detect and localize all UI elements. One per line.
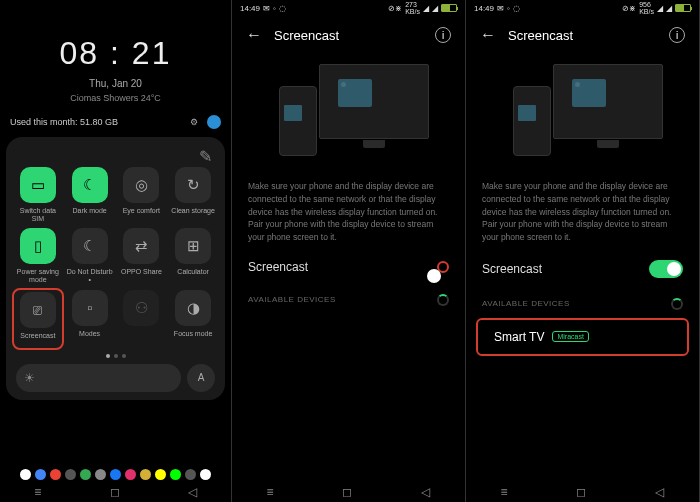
auto-brightness-button[interactable]: A (187, 364, 215, 392)
page-title: Screencast (508, 28, 573, 43)
app-dock (0, 469, 231, 480)
tile-icon: ▭ (20, 167, 56, 203)
profile-avatar[interactable] (207, 115, 221, 129)
screencast-toggle-label: Screencast (248, 260, 308, 274)
tile-label: Do Not Disturb • (66, 268, 114, 283)
tile-label: Screencast (20, 332, 55, 346)
weather-text: Ciomas Showers 24°C (0, 93, 231, 103)
nav-bar: ≡ ◻ ◁ (466, 482, 699, 502)
device-item-smart-tv[interactable]: Smart TV Miracast (476, 318, 689, 356)
qs-tile-oppo-share[interactable]: ⇄OPPO Share (118, 228, 166, 283)
tile-icon: ▫ (72, 290, 108, 326)
qs-tile-dark-mode[interactable]: ☾Dark mode (66, 167, 114, 222)
screencast-panel-searching: 14:49✉◦◌ ⊘⋇273KB/s◢◢ ← Screencast i Make… (232, 0, 466, 502)
brightness-slider[interactable]: ☀ (16, 364, 181, 392)
back-button[interactable]: ◁ (421, 485, 430, 499)
settings-icon[interactable]: ⚙ (187, 115, 201, 129)
description-text: Make sure your phone and the display dev… (232, 180, 465, 244)
qs-tile-modes[interactable]: ▫Modes (66, 290, 114, 348)
available-devices-label: AVAILABLE DEVICES (248, 295, 336, 304)
tile-label: Eye comfort (123, 207, 160, 221)
qs-tile-screencast[interactable]: ⎚Screencast (12, 288, 64, 350)
screencast-illustration (503, 64, 663, 164)
recent-button[interactable]: ≡ (266, 485, 273, 499)
tile-label: Calculator (177, 268, 209, 282)
recent-button[interactable]: ≡ (500, 485, 507, 499)
tile-icon: ⚇ (123, 290, 159, 326)
screencast-illustration (269, 64, 429, 164)
screencast-toggle[interactable] (649, 260, 683, 278)
back-button[interactable]: ◁ (655, 485, 664, 499)
page-indicator (14, 354, 217, 358)
tile-label: Dark mode (73, 207, 107, 221)
page-title: Screencast (274, 28, 339, 43)
tile-label: Modes (79, 330, 100, 344)
tile-icon: ▯ (20, 228, 56, 264)
miracast-badge: Miracast (552, 331, 588, 342)
edit-icon[interactable]: ✎ (199, 147, 213, 161)
tile-icon: ☾ (72, 167, 108, 203)
tile-icon: ⇄ (123, 228, 159, 264)
description-text: Make sure your phone and the display dev… (466, 180, 699, 244)
quick-settings-sheet: ✎ ▭Switch data SIM☾Dark mode◎Eye comfort… (6, 137, 225, 400)
device-name: Smart TV (494, 330, 544, 344)
available-devices-label: AVAILABLE DEVICES (482, 299, 570, 308)
tile-label: OPPO Share (121, 268, 162, 282)
tile-label: Focus mode (174, 330, 213, 344)
qs-tile-switch-data-sim[interactable]: ▭Switch data SIM (14, 167, 62, 222)
qs-tile-calculator[interactable]: ⊞Calculator (169, 228, 217, 283)
qs-tile-focus-mode[interactable]: ◑Focus mode (169, 290, 217, 348)
back-icon[interactable]: ← (480, 26, 496, 44)
tile-label: Switch data SIM (14, 207, 62, 222)
home-button[interactable]: ◻ (576, 485, 586, 499)
qs-tile-power-saving-mode[interactable]: ▯Power saving mode (14, 228, 62, 283)
tile-icon: ↻ (175, 167, 211, 203)
clock-date: Thu, Jan 20 (0, 78, 231, 89)
tile-icon: ◑ (175, 290, 211, 326)
qs-tile-clean-storage[interactable]: ↻Clean storage (169, 167, 217, 222)
recent-button[interactable]: ≡ (34, 485, 41, 499)
home-button[interactable]: ◻ (342, 485, 352, 499)
data-usage-text: Used this month: 51.80 GB (10, 117, 118, 127)
loading-spinner-icon (437, 294, 449, 306)
screencast-panel-device-found: 14:49✉◦◌ ⊘⋇956KB/s◢◢ ← Screencast i Make… (466, 0, 700, 502)
back-icon[interactable]: ← (246, 26, 262, 44)
status-bar: 14:49✉◦◌ ⊘⋇273KB/s◢◢ (232, 0, 465, 16)
home-button[interactable]: ◻ (110, 485, 120, 499)
info-icon[interactable]: i (435, 27, 451, 43)
qs-tile-eye-comfort[interactable]: ◎Eye comfort (118, 167, 166, 222)
tile-label: Clean storage (171, 207, 215, 221)
qs-tile-do-not-disturb-[interactable]: ☾Do Not Disturb • (66, 228, 114, 283)
nav-bar: ≡ ◻ ◁ (0, 482, 231, 502)
status-bar: 14:49✉◦◌ ⊘⋇956KB/s◢◢ (466, 0, 699, 16)
clock-time: 08 : 21 (0, 35, 231, 72)
back-button[interactable]: ◁ (188, 485, 197, 499)
screencast-toggle-label: Screencast (482, 262, 542, 276)
qs-tile-tile-10[interactable]: ⚇ (118, 290, 166, 348)
quick-settings-panel: 08 : 21 Thu, Jan 20 Ciomas Showers 24°C … (0, 0, 232, 502)
loading-spinner-icon (671, 298, 683, 310)
tile-icon: ☾ (72, 228, 108, 264)
tile-icon: ⎚ (20, 292, 56, 328)
nav-bar: ≡ ◻ ◁ (232, 482, 465, 502)
tile-label: Power saving mode (14, 268, 62, 283)
tile-icon: ⊞ (175, 228, 211, 264)
tile-icon: ◎ (123, 167, 159, 203)
info-icon[interactable]: i (669, 27, 685, 43)
